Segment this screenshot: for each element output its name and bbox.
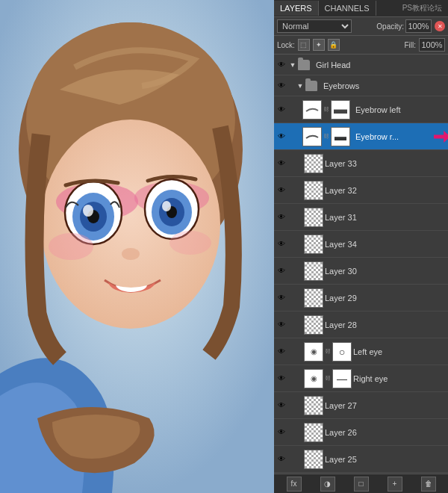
layer-row[interactable]: Layer 28 xyxy=(274,311,448,338)
close-button[interactable]: ✕ xyxy=(435,21,445,31)
layer-row[interactable]: ◉ ○ Left eye xyxy=(274,338,448,365)
visibility-icon[interactable] xyxy=(276,427,287,438)
fill-label: Fill: xyxy=(404,41,416,49)
layers-panel: LAYERS CHANNELS PS教程论坛 Normal Multiply S… xyxy=(274,0,448,493)
adjustment-button[interactable]: ◑ xyxy=(320,477,335,492)
layer-name: Layer 25 xyxy=(325,455,447,464)
visibility-icon[interactable] xyxy=(276,158,287,170)
layer-thumbnail xyxy=(304,154,323,173)
layer-row[interactable]: Layer 34 xyxy=(274,231,448,258)
visibility-icon[interactable] xyxy=(276,59,287,71)
layer-name: Eyebrow r... xyxy=(355,132,447,141)
layer-name: Layer 34 xyxy=(325,240,447,249)
opacity-input[interactable] xyxy=(405,19,432,33)
layer-thumbnail xyxy=(304,396,323,415)
layer-name: Layer 31 xyxy=(325,213,447,222)
layer-thumbnail xyxy=(304,315,323,335)
layer-row[interactable]: ◉ — Right eye xyxy=(274,365,448,392)
lock-label: Lock: xyxy=(277,41,295,49)
delete-layer-button[interactable]: 🗑 xyxy=(421,477,436,492)
layer-name: Layer 33 xyxy=(325,159,447,168)
svg-point-18 xyxy=(122,248,140,260)
layer-name: Layer 28 xyxy=(325,320,447,329)
layer-row[interactable]: Layer 26 xyxy=(274,419,448,446)
opacity-label: Opacity: xyxy=(376,22,404,31)
canvas-area xyxy=(0,0,274,493)
layer-thumbnail xyxy=(304,181,323,200)
svg-point-16 xyxy=(162,201,171,211)
visibility-icon[interactable] xyxy=(276,346,287,358)
layer-name: Left eye xyxy=(353,347,447,356)
new-layer-button[interactable]: + xyxy=(388,477,402,492)
visibility-icon[interactable] xyxy=(276,80,287,92)
folder-icon xyxy=(298,60,310,70)
layer-row[interactable]: Layer 31 xyxy=(274,204,448,231)
visibility-icon[interactable] xyxy=(276,104,287,116)
visibility-icon[interactable] xyxy=(276,319,287,331)
layer-thumbnail xyxy=(302,100,322,120)
expand-icon[interactable]: ▼ xyxy=(289,61,296,69)
tab-channels[interactable]: CHANNELS xyxy=(319,1,376,16)
blend-mode-select[interactable]: Normal Multiply Screen xyxy=(277,19,352,33)
layer-thumbnail xyxy=(302,127,322,146)
visibility-icon[interactable] xyxy=(276,292,287,304)
layer-mask-thumbnail: ▬ xyxy=(331,127,350,146)
visibility-icon[interactable] xyxy=(276,131,287,143)
folder-icon xyxy=(305,81,317,91)
new-group-button[interactable]: □ xyxy=(354,477,369,492)
visibility-icon[interactable] xyxy=(276,211,287,223)
visibility-icon[interactable] xyxy=(276,400,287,412)
layer-name: Layer 29 xyxy=(325,294,447,303)
layer-row[interactable]: ▼ Girl Head xyxy=(274,55,448,75)
layer-name: Layer 32 xyxy=(325,186,447,195)
layer-name: Girl Head xyxy=(316,61,447,69)
blend-row: Normal Multiply Screen Opacity: ✕ xyxy=(274,17,448,36)
fx-button[interactable]: fx xyxy=(287,477,302,492)
layer-thumbnail xyxy=(304,288,323,308)
layer-row[interactable]: ▼ Eyebrows xyxy=(274,75,448,96)
panel-bottom-toolbar: fx ◑ □ + 🗑 xyxy=(274,474,448,493)
chain-icon xyxy=(323,131,329,142)
layer-name: Eyebrow left xyxy=(355,105,447,114)
tab-layers[interactable]: LAYERS xyxy=(274,1,319,16)
lock-position-button[interactable]: ✦ xyxy=(313,39,325,51)
layer-row[interactable]: Layer 33 xyxy=(274,150,448,177)
visibility-icon[interactable] xyxy=(276,185,287,196)
tab-site: PS教程论坛 xyxy=(396,0,448,16)
chain-icon xyxy=(325,373,331,384)
lock-all-button[interactable]: 🔒 xyxy=(328,39,340,51)
layer-thumbnail: ◉ xyxy=(304,369,323,388)
layer-row[interactable]: Layer 25 xyxy=(274,446,448,473)
svg-point-19 xyxy=(49,233,93,260)
visibility-icon[interactable] xyxy=(276,265,287,277)
layer-mask-thumbnail: ▬ xyxy=(331,100,350,120)
layer-mask-thumbnail: — xyxy=(332,369,352,388)
layer-row[interactable]: ▬ Eyebrow r... xyxy=(274,123,448,150)
layer-thumbnail xyxy=(304,208,323,227)
layer-row[interactable]: Layer 30 xyxy=(274,258,448,285)
layer-name: Layer 26 xyxy=(325,428,447,437)
lock-row: Lock: ⬚ ✦ 🔒 Fill: xyxy=(274,36,448,55)
layer-thumbnail xyxy=(304,261,323,281)
fill-input[interactable] xyxy=(419,38,445,52)
chain-icon xyxy=(325,347,331,357)
layer-name: Layer 30 xyxy=(325,267,447,276)
layer-row[interactable]: ▬ Eyebrow left xyxy=(274,96,448,123)
lock-pixels-button[interactable]: ⬚ xyxy=(298,39,310,51)
layer-row[interactable]: Layer 32 xyxy=(274,177,448,204)
layer-row[interactable]: Layer 29 xyxy=(274,285,448,311)
visibility-icon[interactable] xyxy=(276,453,287,465)
layer-thumbnail xyxy=(304,423,323,442)
visibility-icon[interactable] xyxy=(276,373,287,385)
layer-mask-thumbnail: ○ xyxy=(332,342,352,362)
layer-name: Right eye xyxy=(353,374,447,383)
layers-list[interactable]: ▼ Girl Head ▼ Eyebrows xyxy=(274,55,448,474)
expand-icon[interactable]: ▼ xyxy=(296,82,304,90)
layer-row[interactable]: Layer 27 xyxy=(274,392,448,419)
layer-name: Layer 27 xyxy=(325,401,447,410)
chain-icon xyxy=(323,105,329,115)
layer-thumbnail xyxy=(304,450,323,469)
panel-tabs: LAYERS CHANNELS PS教程论坛 xyxy=(274,0,448,17)
layer-thumbnail: ◉ xyxy=(304,342,323,362)
visibility-icon[interactable] xyxy=(276,238,287,250)
